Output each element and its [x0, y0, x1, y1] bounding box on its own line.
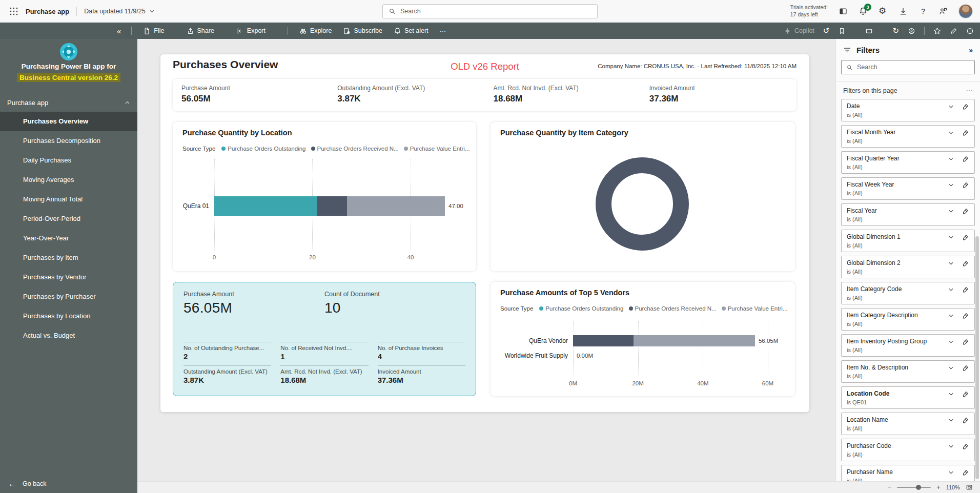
filter-card[interactable]: Fiscal Year is (All): [841, 203, 975, 226]
filter-card[interactable]: Fiscal Week Year is (All): [841, 177, 975, 200]
sidebar-item[interactable]: Moving Averages: [0, 170, 137, 190]
chevron-down-icon[interactable]: [948, 235, 954, 240]
bar-segment[interactable]: [573, 335, 634, 346]
info-icon[interactable]: [966, 27, 974, 35]
eraser-icon[interactable]: [962, 129, 969, 136]
set-alert-button[interactable]: Set alert: [394, 27, 428, 35]
chevron-down-icon[interactable]: [948, 104, 954, 110]
filter-search-input[interactable]: [857, 64, 970, 71]
fit-to-page-icon[interactable]: [966, 484, 973, 491]
chevron-down-icon[interactable]: [948, 156, 954, 162]
chevron-down-icon[interactable]: [948, 418, 954, 423]
app-name-label[interactable]: Purchase app: [26, 8, 69, 15]
filter-card[interactable]: Date is (All): [841, 99, 975, 121]
eraser-icon[interactable]: [962, 208, 969, 215]
filter-card[interactable]: Location Name is (All): [841, 413, 975, 435]
bar-segment[interactable]: [634, 335, 755, 346]
legend-item[interactable]: Purchase Orders Outstanding: [539, 305, 623, 312]
export-menu-button[interactable]: Export: [236, 27, 276, 35]
refresh-icon[interactable]: ↻: [892, 27, 899, 35]
eraser-icon[interactable]: [962, 234, 969, 241]
chevron-down-icon[interactable]: [948, 470, 954, 476]
more-options-icon[interactable]: ⋯: [440, 27, 447, 35]
chevron-down-icon[interactable]: [948, 209, 954, 214]
filter-card[interactable]: Purchaser Name is (All): [841, 465, 975, 481]
sidebar-item[interactable]: Purchases by Vendor: [0, 268, 137, 287]
bar[interactable]: [573, 335, 755, 346]
bar[interactable]: [214, 196, 445, 216]
sidebar-item[interactable]: Purchases Overview: [0, 112, 137, 131]
side-pane-toggle-icon[interactable]: [839, 7, 848, 16]
eraser-icon[interactable]: [962, 103, 969, 110]
sidebar-item[interactable]: Purchases by Item: [0, 248, 137, 268]
chevron-down-icon[interactable]: [948, 392, 954, 397]
zoom-slider[interactable]: [897, 487, 931, 488]
more-options-icon[interactable]: ⋯: [966, 87, 973, 94]
favorite-star-icon[interactable]: [933, 27, 941, 35]
filter-card[interactable]: Item Category Code is (All): [841, 282, 975, 304]
feedback-icon[interactable]: [938, 7, 948, 16]
eraser-icon[interactable]: [962, 364, 969, 372]
filter-card[interactable]: Location Code is QE01: [841, 386, 975, 409]
summary-highlight-card[interactable]: Purchase Amount56.05MCount of Document10…: [173, 282, 476, 396]
filter-card[interactable]: Item No. & Description is (All): [841, 360, 975, 383]
zoom-out-button[interactable]: −: [887, 484, 891, 491]
eraser-icon[interactable]: [962, 338, 969, 345]
sidebar-section-purchase-app[interactable]: Purchase app: [0, 96, 137, 109]
eraser-icon[interactable]: [962, 469, 969, 476]
explore-button[interactable]: Explore: [299, 27, 332, 35]
eraser-icon[interactable]: [962, 443, 969, 450]
search-input[interactable]: [400, 8, 591, 15]
collapse-filter-pane-icon[interactable]: »: [969, 46, 973, 54]
sidebar-item[interactable]: Daily Purchases: [0, 151, 137, 170]
edit-icon[interactable]: [950, 27, 957, 35]
filter-card[interactable]: Fiscal Quarter Year is (All): [841, 151, 975, 174]
sidebar-item[interactable]: Purchases by Location: [0, 306, 137, 326]
legend-item[interactable]: Purchase Value Entri...: [722, 305, 788, 312]
eraser-icon[interactable]: [962, 286, 969, 293]
sidebar-item[interactable]: Purchases by Purchaser: [0, 287, 137, 306]
eraser-icon[interactable]: [962, 312, 969, 319]
chevron-down-icon[interactable]: [948, 313, 954, 319]
legend-item[interactable]: Purchase Orders Received N...: [311, 146, 399, 152]
chevron-down-icon[interactable]: [948, 365, 954, 371]
collapse-pages-pane-icon[interactable]: «: [117, 27, 121, 35]
filter-card[interactable]: Item Category Description is (All): [841, 308, 975, 331]
chevron-down-icon[interactable]: [948, 130, 954, 136]
chevron-down-icon[interactable]: [948, 261, 954, 266]
scrollbar-thumb[interactable]: [975, 236, 979, 479]
avatar[interactable]: [958, 4, 973, 18]
eraser-icon[interactable]: [962, 391, 969, 398]
filter-card[interactable]: Fiscal Month Year is (All): [841, 125, 975, 148]
sidebar-item[interactable]: Period-Over-Period: [0, 209, 137, 229]
filter-card[interactable]: Item Inventory Posting Group is (All): [841, 334, 975, 357]
sidebar-item[interactable]: Moving Annual Total: [0, 190, 137, 209]
chevron-down-icon[interactable]: [948, 287, 954, 293]
reset-icon[interactable]: ↺: [823, 27, 830, 35]
notifications-bell-icon[interactable]: 3: [859, 7, 868, 16]
waffle-menu-icon[interactable]: [9, 7, 18, 16]
share-menu-button[interactable]: Share: [187, 27, 225, 35]
download-icon[interactable]: [899, 7, 908, 16]
eraser-icon[interactable]: [962, 181, 969, 189]
subscribe-button[interactable]: Subscribe: [343, 27, 382, 35]
eraser-icon[interactable]: [962, 417, 969, 424]
legend-item[interactable]: Purchase Value Entri...: [404, 146, 470, 152]
chevron-down-icon[interactable]: [948, 339, 954, 345]
filter-card[interactable]: Global Dimension 1 is (All): [841, 230, 975, 252]
filter-card[interactable]: Purchaser Code is (All): [841, 439, 975, 461]
bar-segment[interactable]: [347, 196, 445, 216]
settings-gear-icon[interactable]: ⚙: [879, 7, 888, 16]
comments-icon[interactable]: [908, 27, 915, 35]
go-back-button[interactable]: ← Go back: [8, 479, 47, 488]
bookmarks-button[interactable]: [838, 27, 856, 35]
filter-search[interactable]: [841, 60, 975, 74]
sidebar-item[interactable]: Actual vs. Budget: [0, 326, 137, 345]
global-search[interactable]: [382, 4, 598, 18]
filter-card[interactable]: Global Dimension 2 is (All): [841, 256, 975, 278]
eraser-icon[interactable]: [962, 260, 969, 267]
donut-chart[interactable]: [596, 157, 689, 251]
sidebar-item[interactable]: Purchases Decomposition: [0, 131, 137, 151]
file-menu-button[interactable]: File: [143, 27, 175, 35]
legend-item[interactable]: Purchase Orders Outstanding: [221, 146, 305, 152]
